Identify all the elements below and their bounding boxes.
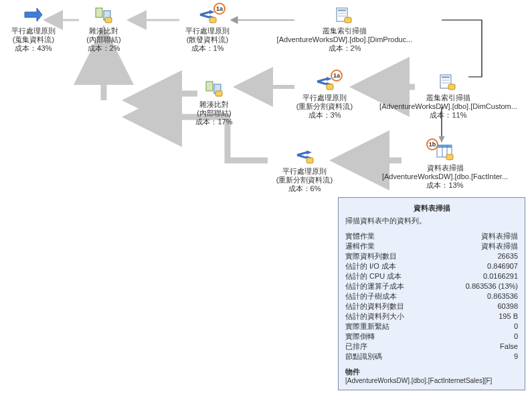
node-title: 雜湊比對 xyxy=(164,100,264,109)
tooltip-key: 實體作業 xyxy=(345,231,375,241)
tooltip-key: 實際資料列數目 xyxy=(345,251,397,261)
hash-icon xyxy=(205,80,224,99)
tooltip-value: 0.863536 xyxy=(487,291,518,301)
node-parallel-repart-2[interactable]: 平行處理原則 (重新分割資料流) 成本：6% xyxy=(254,147,355,193)
badge-icon: 1b xyxy=(426,138,438,150)
tooltip-row: 估計的 I/O 成本0.846907 xyxy=(345,261,518,271)
node-sub: [AdventureWorksDW].[dbo.[FactInter... xyxy=(375,172,515,181)
tooltip-row: 估計的資料列數目60398 xyxy=(345,301,518,311)
node-sub: (重新分割資料流) xyxy=(274,102,375,111)
index-scan-icon xyxy=(439,74,458,92)
node-cost: 成本：17% xyxy=(164,118,264,126)
edge xyxy=(442,20,482,77)
tooltip-row: 實際資料列數目26635 xyxy=(345,251,518,261)
node-parallel-repart-1[interactable]: 1a 平行處理原則 (重新分割資料流) 成本：3% xyxy=(274,74,375,120)
node-cost: 成本：13% xyxy=(375,181,515,190)
tooltip-value: 9 xyxy=(514,352,518,362)
tooltip-key: 實際重新繫結 xyxy=(345,321,389,332)
hash-icon xyxy=(94,7,113,25)
tooltip-key: 節點識別碼 xyxy=(345,352,382,362)
tooltip-value: 0.846907 xyxy=(487,261,518,271)
node-cost: 成本：6% xyxy=(254,184,355,193)
node-title: 資料表掃描 xyxy=(375,164,515,172)
tooltip-row: 估計的 CPU 成本0.0166291 xyxy=(345,271,518,281)
node-cost: 成本：2% xyxy=(54,44,154,53)
parallel-icon: 1a xyxy=(197,7,217,25)
tooltip-row: 邏輯作業資料表掃描 xyxy=(345,241,518,251)
node-sub: (散發資料流) xyxy=(157,35,258,44)
badge-icon: 1a xyxy=(331,70,343,82)
tooltip-value: 60398 xyxy=(497,301,518,311)
tooltip-key: 已排序 xyxy=(345,342,367,352)
tooltip-row: 估計的資料列大小195 B xyxy=(345,311,518,321)
tooltip-value: 195 B xyxy=(499,311,518,321)
node-cixscan-product[interactable]: 叢集索引掃描 [AdventureWorksDW].[dbo].[DimProd… xyxy=(274,7,415,53)
parallel-icon xyxy=(23,7,43,25)
node-cixscan-customer[interactable]: 叢集索引掃描 [AdventureWorksDW].[dbo].[DimCust… xyxy=(375,74,522,120)
tooltip-value: 0.863536 (13%) xyxy=(466,281,518,291)
tooltip-key: 邏輯作業 xyxy=(345,241,375,251)
tooltip-value: 資料表掃描 xyxy=(481,241,518,251)
tooltip-row: 節點識別碼9 xyxy=(345,352,518,362)
tooltip-row: 實際倒轉0 xyxy=(345,332,518,342)
node-sub: (內部聯結) xyxy=(164,109,264,118)
node-sub: (內部聯結) xyxy=(54,35,154,44)
tooltip-object-label: 物件 xyxy=(345,367,518,377)
tooltip-value: 0 xyxy=(514,321,518,332)
tooltip-object-value: [AdventureWorksDW].[dbo].[FactInternetSa… xyxy=(345,377,518,384)
node-title: 平行處理原則 xyxy=(274,94,375,102)
node-sub: [AdventureWorksDW].[dbo].[DimCustom... xyxy=(375,102,522,111)
tooltip-key: 估計的運算子成本 xyxy=(345,281,404,291)
node-hash-1[interactable]: 雜湊比對 (內部聯結) 成本：2% xyxy=(54,7,154,53)
node-title: 叢集索引掃描 xyxy=(274,27,415,35)
tooltip-key: 估計的子樹成本 xyxy=(345,291,397,301)
node-title: 叢集索引掃描 xyxy=(375,94,522,102)
tooltip-key: 實際倒轉 xyxy=(345,332,375,342)
node-tablescan[interactable]: 1b 資料表掃描 [AdventureWorksDW].[dbo.[FactIn… xyxy=(375,144,515,190)
tooltip-key: 估計的資料列數目 xyxy=(345,301,404,311)
parallel-icon xyxy=(294,147,315,166)
table-scan-icon: 1b xyxy=(436,144,454,162)
tooltip-row: 已排序False xyxy=(345,342,518,352)
parallel-icon: 1a xyxy=(315,74,335,92)
tooltip: 資料表掃描 掃描資料表中的資料列。 實體作業資料表掃描邏輯作業資料表掃描實際資料… xyxy=(338,197,525,390)
tooltip-row: 估計的子樹成本0.863536 xyxy=(345,291,518,301)
badge-icon: 1a xyxy=(213,3,226,15)
tooltip-row: 實體作業資料表掃描 xyxy=(345,231,518,241)
tooltip-key: 估計的 I/O 成本 xyxy=(345,261,396,271)
node-title: 平行處理原則 xyxy=(157,27,258,35)
node-sub: [AdventureWorksDW].[dbo].[DimProduc... xyxy=(274,35,415,44)
tooltip-row: 估計的運算子成本0.863536 (13%) xyxy=(345,281,518,291)
tooltip-value: 資料表掃描 xyxy=(481,231,518,241)
tooltip-value: False xyxy=(500,342,518,352)
tooltip-subtitle: 掃描資料表中的資料列。 xyxy=(345,216,518,226)
node-cost: 成本：2% xyxy=(274,44,415,53)
node-cost: 成本：11% xyxy=(375,111,522,120)
node-cost: 成本：1% xyxy=(157,44,258,53)
node-parallel-distribute[interactable]: 1a 平行處理原則 (散發資料流) 成本：1% xyxy=(157,7,258,53)
tooltip-key: 估計的資料列大小 xyxy=(345,311,404,321)
tooltip-value: 0 xyxy=(514,332,518,342)
tooltip-value: 26635 xyxy=(497,251,518,261)
node-title: 雜湊比對 xyxy=(54,27,154,35)
index-scan-icon xyxy=(335,7,354,25)
tooltip-row: 實際重新繫結0 xyxy=(345,321,518,332)
tooltip-title: 資料表掃描 xyxy=(345,203,518,213)
node-sub: (重新分割資料流) xyxy=(254,176,355,184)
node-cost: 成本：3% xyxy=(274,111,375,120)
node-hash-2[interactable]: 雜湊比對 (內部聯結) 成本：17% xyxy=(164,80,264,126)
tooltip-key: 估計的 CPU 成本 xyxy=(345,271,402,281)
node-title: 平行處理原則 xyxy=(254,167,355,176)
tooltip-value: 0.0166291 xyxy=(483,271,518,281)
